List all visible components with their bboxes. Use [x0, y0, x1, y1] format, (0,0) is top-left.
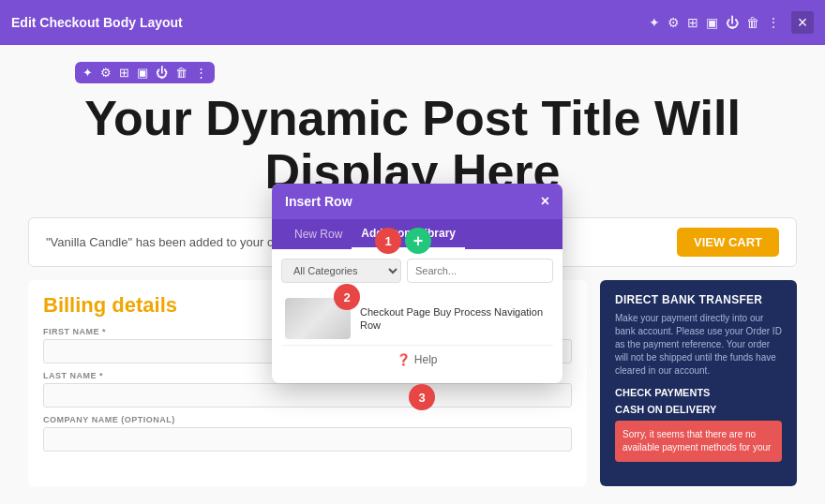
top-bar: Edit Checkout Body Layout ✦ ⚙ ⊞ ▣ ⏻ 🗑 ⋮ …: [0, 0, 825, 45]
ft-grid-icon[interactable]: ⊞: [119, 66, 129, 80]
search-input[interactable]: [407, 259, 553, 283]
top-bar-title: Edit Checkout Body Layout: [11, 15, 649, 30]
modal-header: Insert Row ×: [272, 184, 562, 219]
insert-row-modal: Insert Row × New Row Add From Library Al…: [272, 184, 562, 383]
bank-transfer-title: DIRECT BANK TRANSFER: [615, 293, 782, 306]
modal-title: Insert Row: [285, 194, 352, 209]
company-name-label: COMPANY NAME (OPTIONAL): [43, 415, 572, 424]
ft-power-icon[interactable]: ⏻: [156, 66, 168, 80]
topbar-more-icon[interactable]: ⋮: [767, 15, 780, 30]
payment-error-text: Sorry, it seems that there are no availa…: [622, 428, 774, 454]
badge-2: 2: [334, 284, 360, 310]
topbar-power-icon[interactable]: ⏻: [726, 15, 739, 30]
cart-notification-text: "Vanilla Candle" has been added to your …: [46, 235, 291, 249]
modal-close-button[interactable]: ×: [541, 193, 549, 210]
payment-error-box: Sorry, it seems that there are no availa…: [615, 421, 782, 462]
ft-delete-icon[interactable]: 🗑: [175, 66, 188, 80]
company-name-input[interactable]: [43, 427, 572, 452]
modal-search-row: All Categories: [281, 259, 553, 283]
top-bar-close-button[interactable]: ×: [791, 11, 814, 34]
help-icon: ❓: [397, 353, 411, 366]
modal-help: ❓ Help: [281, 346, 553, 374]
payment-section: DIRECT BANK TRANSFER Make your payment d…: [600, 280, 797, 486]
topbar-move-icon[interactable]: ✦: [649, 15, 660, 30]
badge-3: 3: [409, 384, 435, 410]
ft-settings-icon[interactable]: ⚙: [100, 66, 112, 80]
main-content: ✦ ⚙ ⊞ ▣ ⏻ 🗑 ⋮ Your Dynamic Post Title Wi…: [0, 45, 825, 504]
ft-layout-icon[interactable]: ▣: [137, 66, 148, 80]
help-label: Help: [414, 353, 438, 366]
floating-toolbar: ✦ ⚙ ⊞ ▣ ⏻ 🗑 ⋮: [75, 62, 215, 83]
item-label: Checkout Page Buy Process Navigation Row: [360, 305, 549, 333]
bank-transfer-text: Make your payment directly into our bank…: [615, 312, 782, 378]
modal-body: All Categories Checkout Page Buy Process…: [272, 249, 562, 383]
topbar-grid-icon[interactable]: ⊞: [687, 15, 698, 30]
tab-new-row[interactable]: New Row: [285, 220, 352, 248]
ft-more-icon[interactable]: ⋮: [195, 66, 207, 80]
badge-plus: +: [405, 228, 431, 254]
modal-list-item[interactable]: Checkout Page Buy Process Navigation Row: [281, 292, 553, 346]
check-payments-option[interactable]: CHECK PAYMENTS: [615, 387, 782, 398]
last-name-input[interactable]: [43, 383, 572, 408]
topbar-delete-icon[interactable]: 🗑: [746, 15, 759, 30]
badge-1: 1: [375, 228, 401, 254]
view-cart-button[interactable]: VIEW CART: [677, 228, 779, 257]
ft-move-icon[interactable]: ✦: [82, 66, 93, 80]
topbar-settings-icon[interactable]: ⚙: [668, 15, 680, 30]
category-select[interactable]: All Categories: [281, 259, 401, 283]
cash-on-delivery-option[interactable]: CASH ON DELIVERY: [615, 404, 782, 415]
topbar-layout-icon[interactable]: ▣: [706, 15, 718, 30]
top-bar-icons: ✦ ⚙ ⊞ ▣ ⏻ 🗑 ⋮: [649, 15, 780, 30]
